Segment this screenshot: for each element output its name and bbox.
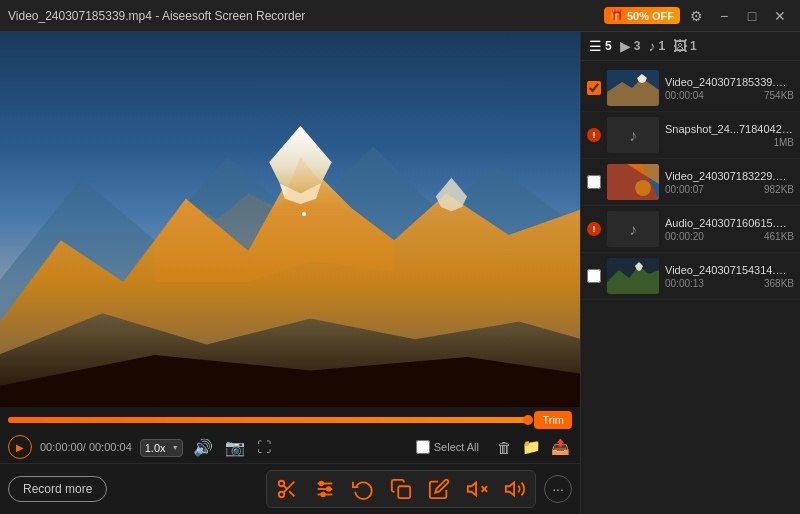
media-size-5: 368KB: [764, 278, 794, 289]
progress-thumb: [523, 415, 533, 425]
media-meta-2: 1MB: [665, 137, 794, 148]
media-item-3[interactable]: Video_240307183229.mp4 00:00:07 982KB: [581, 159, 800, 206]
svg-rect-20: [398, 486, 410, 498]
trim-button[interactable]: Trim: [534, 411, 572, 429]
media-size-1: 754KB: [764, 90, 794, 101]
media-duration-5: 00:00:13: [665, 278, 704, 289]
media-thumb-5: [607, 258, 659, 294]
media-info-1: Video_240307185339.mp4 00:00:04 754KB: [665, 76, 794, 101]
cut-tool-button[interactable]: [273, 475, 301, 503]
svg-point-9: [279, 481, 285, 487]
folder-button[interactable]: 📁: [520, 436, 543, 458]
export-button[interactable]: 📤: [549, 436, 572, 458]
select-all-checkbox[interactable]: [416, 440, 430, 454]
svg-line-12: [289, 491, 294, 496]
tab-audio[interactable]: ♪ 1: [648, 38, 665, 54]
tab-image[interactable]: 🖼 1: [673, 38, 697, 54]
delete-button[interactable]: 🗑: [495, 437, 514, 458]
media-warning-2: !: [587, 128, 601, 142]
camera-button[interactable]: 📷: [223, 436, 247, 459]
media-name-1: Video_240307185339.mp4: [665, 76, 794, 88]
close-button[interactable]: ✕: [768, 4, 792, 28]
audio-icon: ♪: [648, 38, 655, 54]
volume-tool-button[interactable]: [501, 475, 529, 503]
media-checkbox-3[interactable]: [587, 175, 601, 189]
svg-line-13: [283, 485, 287, 489]
main-area: Trim ▶ 00:00:00/ 00:00:04 0.5x 1.0x 1.5x…: [0, 32, 800, 514]
svg-point-10: [279, 492, 285, 498]
maximize-button[interactable]: □: [740, 4, 764, 28]
record-more-button[interactable]: Record more: [8, 476, 107, 502]
media-item-5[interactable]: Video_240307154314.mp4 00:00:13 368KB: [581, 253, 800, 300]
title-bar: Video_240307185339.mp4 - Aiseesoft Scree…: [0, 0, 800, 32]
select-all-label[interactable]: Select All: [434, 441, 479, 453]
promo-text: 50% OFF: [627, 10, 674, 22]
video-count: 3: [634, 39, 641, 53]
speed-select[interactable]: 0.5x 1.0x 1.5x 2.0x: [140, 439, 183, 457]
svg-point-19: [321, 493, 325, 497]
media-size-3: 982KB: [764, 184, 794, 195]
cursor-indicator: [302, 212, 306, 216]
speed-wrapper: 0.5x 1.0x 1.5x 2.0x: [140, 438, 183, 457]
more-button[interactable]: ···: [544, 475, 572, 503]
rotate-tool-button[interactable]: [349, 475, 377, 503]
playback-controls: ▶ 00:00:00/ 00:00:04 0.5x 1.0x 1.5x 2.0x…: [8, 433, 572, 461]
svg-point-17: [320, 482, 324, 486]
media-duration-4: 00:00:20: [665, 231, 704, 242]
volume-button[interactable]: 🔊: [191, 436, 215, 459]
media-duration-1: 00:00:04: [665, 90, 704, 101]
media-name-5: Video_240307154314.mp4: [665, 264, 794, 276]
progress-track[interactable]: [8, 417, 528, 423]
media-item-2[interactable]: ! ♪ Snapshot_24...7184042.png 1MB: [581, 112, 800, 159]
all-count: 5: [605, 39, 612, 53]
media-info-4: Audio_240307160615.mp3 00:00:20 461KB: [665, 217, 794, 242]
tab-video[interactable]: ▶ 3: [620, 38, 641, 54]
time-display: 00:00:00/ 00:00:04: [40, 441, 132, 453]
adjust-tool-button[interactable]: [311, 475, 339, 503]
title-controls: 🎁 50% OFF ⚙ − □ ✕: [604, 4, 792, 28]
right-panel: ☰ 5 ▶ 3 ♪ 1 🖼 1: [580, 32, 800, 514]
media-name-4: Audio_240307160615.mp3: [665, 217, 794, 229]
promo-badge[interactable]: 🎁 50% OFF: [604, 7, 680, 24]
svg-text:♪: ♪: [629, 221, 637, 238]
media-info-3: Video_240307183229.mp4 00:00:07 982KB: [665, 170, 794, 195]
mute-tool-button[interactable]: [463, 475, 491, 503]
progress-bar-container: Trim: [8, 411, 572, 429]
tab-all[interactable]: ☰ 5: [589, 38, 612, 54]
media-info-2: Snapshot_24...7184042.png 1MB: [665, 123, 794, 148]
svg-point-33: [635, 180, 651, 196]
media-info-5: Video_240307154314.mp4 00:00:13 368KB: [665, 264, 794, 289]
left-panel: Trim ▶ 00:00:00/ 00:00:04 0.5x 1.0x 1.5x…: [0, 32, 580, 514]
svg-marker-24: [506, 483, 514, 496]
svg-marker-21: [468, 483, 476, 496]
video-icon: ▶: [620, 38, 631, 54]
media-item-1[interactable]: Video_240307185339.mp4 00:00:04 754KB: [581, 65, 800, 112]
list-icon: ☰: [589, 38, 602, 54]
user-settings-button[interactable]: ⚙: [684, 4, 708, 28]
warning-icon-2: !: [587, 128, 601, 142]
progress-fill: [8, 417, 528, 423]
fullscreen-button[interactable]: ⛶: [255, 437, 273, 457]
right-icon-group: 🗑 📁 📤: [495, 436, 572, 458]
minimize-button[interactable]: −: [712, 4, 736, 28]
media-size-2: 1MB: [773, 137, 794, 148]
window-title: Video_240307185339.mp4 - Aiseesoft Scree…: [8, 9, 305, 23]
video-preview[interactable]: [0, 32, 580, 407]
media-size-4: 461KB: [764, 231, 794, 242]
image-icon: 🖼: [673, 38, 687, 54]
image-count: 1: [690, 39, 697, 53]
media-list: Video_240307185339.mp4 00:00:04 754KB ! …: [581, 61, 800, 514]
media-checkbox-1[interactable]: [587, 81, 601, 95]
edit-tool-button[interactable]: [425, 475, 453, 503]
media-item-4[interactable]: ! ♪ Audio_240307160615.mp3 00:00:20 461K…: [581, 206, 800, 253]
media-checkbox-5[interactable]: [587, 269, 601, 283]
media-name-3: Video_240307183229.mp4: [665, 170, 794, 182]
media-meta-5: 00:00:13 368KB: [665, 278, 794, 289]
tabs-bar: ☰ 5 ▶ 3 ♪ 1 🖼 1: [581, 32, 800, 61]
audio-count: 1: [658, 39, 665, 53]
svg-text:♪: ♪: [629, 127, 637, 144]
media-thumb-1: [607, 70, 659, 106]
play-button[interactable]: ▶: [8, 435, 32, 459]
copy-tool-button[interactable]: [387, 475, 415, 503]
media-thumb-4: ♪: [607, 211, 659, 247]
